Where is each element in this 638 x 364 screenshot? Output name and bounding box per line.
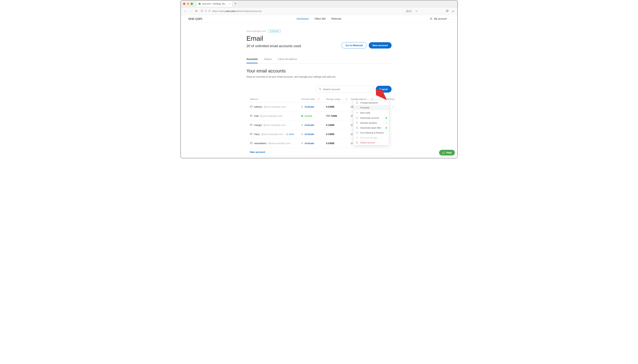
col-storage[interactable]: Storage usage ⌄ i bbox=[326, 98, 351, 100]
close-tab-icon[interactable]: × bbox=[229, 2, 230, 5]
status-dot-icon bbox=[386, 122, 387, 124]
zoom-level[interactable]: 80 % bbox=[405, 10, 412, 13]
nav-referrals[interactable]: Referrals bbox=[331, 17, 341, 20]
search-box[interactable] bbox=[317, 86, 374, 92]
premium-label: Activate bbox=[305, 124, 314, 126]
svg-point-2 bbox=[319, 88, 321, 90]
email-local: margot bbox=[254, 124, 262, 126]
col-addon[interactable]: Storage add-on ⌄ i bbox=[351, 98, 377, 100]
new-tab-button[interactable]: + bbox=[235, 2, 237, 6]
kebab-menu-icon[interactable]: ⋮ bbox=[392, 105, 395, 108]
search-button[interactable]: Search bbox=[376, 86, 391, 92]
svg-rect-9 bbox=[356, 103, 358, 104]
new-account-link[interactable]: New account bbox=[247, 148, 269, 156]
svg-rect-8 bbox=[250, 142, 252, 144]
minimize-window-icon[interactable] bbox=[187, 3, 189, 5]
breadcrumb: one-example.com Enthusiast bbox=[247, 30, 391, 33]
address-cell: mary@one-example.com +1 more bbox=[250, 133, 301, 136]
status-dot-icon bbox=[301, 115, 303, 117]
arrow-right-icon: → bbox=[356, 106, 358, 109]
favicon-icon bbox=[198, 3, 201, 5]
storage-cell: 0.03MB bbox=[326, 106, 351, 108]
tab-catchall[interactable]: Catch-all address bbox=[278, 56, 297, 63]
traffic-lights bbox=[183, 3, 193, 5]
menu-delete-account[interactable]: Delete account bbox=[353, 140, 389, 145]
section-title: Your email accounts bbox=[247, 68, 391, 74]
svg-rect-7 bbox=[250, 133, 252, 135]
reload-button[interactable]: ⟳ bbox=[195, 10, 198, 13]
envelope-icon bbox=[250, 124, 253, 126]
lock-icon bbox=[205, 10, 207, 13]
window-titlebar: one.com : Hosting, Domain, Em… × + bbox=[181, 0, 458, 8]
email-domain: @one-example.com bbox=[261, 133, 283, 136]
premium-cell[interactable]: Activate bbox=[301, 105, 326, 108]
svg-rect-0 bbox=[205, 11, 206, 12]
premium-cell[interactable]: Activate bbox=[301, 124, 326, 126]
email-domain: @one-example.com bbox=[260, 114, 282, 117]
menu-deactivate-spam[interactable]: Deactivate spam filter bbox=[353, 125, 389, 130]
back-button[interactable]: ← bbox=[183, 10, 187, 13]
premium-cell[interactable]: Activate bbox=[301, 133, 326, 136]
nav-dashboard[interactable]: Dashboard bbox=[297, 17, 309, 20]
menu-change-password[interactable]: Change password bbox=[353, 100, 389, 105]
close-window-icon[interactable] bbox=[183, 3, 185, 5]
account-menu[interactable]: My account ⌄ bbox=[430, 17, 450, 20]
premium-cell[interactable]: Activate bbox=[301, 142, 326, 145]
help-button[interactable]: Help bbox=[439, 150, 455, 156]
pocket-icon[interactable] bbox=[446, 10, 449, 13]
user-icon bbox=[356, 117, 358, 119]
plan-badge: Enthusiast bbox=[268, 30, 281, 33]
col-premium: Premium Mail i bbox=[301, 98, 326, 100]
sort-icon: ⌄ bbox=[367, 98, 368, 100]
tabs: Accounts Aliases Catch-all address bbox=[247, 56, 391, 64]
premium-cell[interactable]: Active bbox=[301, 114, 326, 117]
tab-aliases[interactable]: Aliases bbox=[264, 56, 272, 63]
sort-icon: ⌄ bbox=[341, 98, 343, 100]
new-account-button[interactable]: New account bbox=[369, 42, 391, 48]
info-icon[interactable]: i bbox=[345, 98, 348, 100]
email-domain: @one-example.com bbox=[268, 142, 290, 145]
chat-icon bbox=[442, 152, 445, 154]
search-icon bbox=[319, 88, 321, 90]
block-icon bbox=[356, 127, 358, 129]
url-field[interactable]: ⇄ https://www.one.com/admin/mail/overvie… bbox=[200, 10, 403, 13]
svg-rect-6 bbox=[250, 124, 252, 126]
bookmark-icon[interactable]: ☆ bbox=[415, 10, 418, 13]
nav-office365[interactable]: Office 365 bbox=[314, 17, 326, 20]
browser-tab[interactable]: one.com : Hosting, Domain, Em… × bbox=[196, 1, 233, 7]
extra-aliases-link[interactable]: +1 more bbox=[286, 133, 294, 136]
menu-auto-reply[interactable]: ↩ Auto-reply bbox=[353, 110, 389, 116]
permissions-icon: ⇄ bbox=[208, 10, 210, 13]
logo[interactable]: one.com bbox=[188, 16, 202, 21]
address-cell: newsletters@one-example.com bbox=[250, 142, 301, 145]
menu-activate-sanebox[interactable]: Activate sanebox bbox=[353, 120, 389, 125]
menu-backup-restore[interactable]: Go to Backup & Restore bbox=[353, 130, 389, 135]
menu-deactivate-account[interactable]: Deactivate account bbox=[353, 116, 389, 120]
forward-button[interactable]: → bbox=[189, 10, 192, 13]
history-icon bbox=[356, 132, 358, 134]
col-address[interactable]: Address ⌄ bbox=[250, 98, 301, 100]
envelope-icon bbox=[356, 137, 358, 139]
envelope-icon bbox=[250, 142, 253, 145]
go-to-webmail-button[interactable]: Go to Webmail bbox=[341, 42, 367, 48]
status-dot-icon bbox=[301, 133, 303, 135]
search-input[interactable] bbox=[323, 88, 372, 91]
status-dot-icon bbox=[386, 117, 387, 119]
maximize-window-icon[interactable] bbox=[191, 3, 193, 5]
tab-accounts[interactable]: Accounts bbox=[247, 56, 258, 63]
email-domain: @one-example.com bbox=[264, 105, 286, 108]
storage-cell: 6.18MB bbox=[326, 133, 351, 136]
site-header: one.com Dashboard Office 365 Referrals M… bbox=[181, 15, 458, 23]
page-subtitle: 20 of unlimited email accounts used bbox=[247, 44, 301, 48]
envelope-icon bbox=[250, 133, 253, 136]
breadcrumb-domain: one-example.com bbox=[247, 30, 266, 32]
menu-icon[interactable]: ≡ bbox=[451, 10, 455, 13]
storage-cell: 0.03MB bbox=[326, 142, 351, 145]
premium-label: Active bbox=[305, 114, 312, 117]
account-label: My account bbox=[434, 17, 447, 20]
main-nav: Dashboard Office 365 Referrals bbox=[297, 17, 341, 20]
info-icon[interactable]: i bbox=[371, 98, 373, 100]
info-icon[interactable]: i bbox=[317, 98, 320, 100]
status-dot-icon bbox=[301, 124, 303, 126]
menu-forwards[interactable]: → Forwards bbox=[353, 105, 389, 110]
